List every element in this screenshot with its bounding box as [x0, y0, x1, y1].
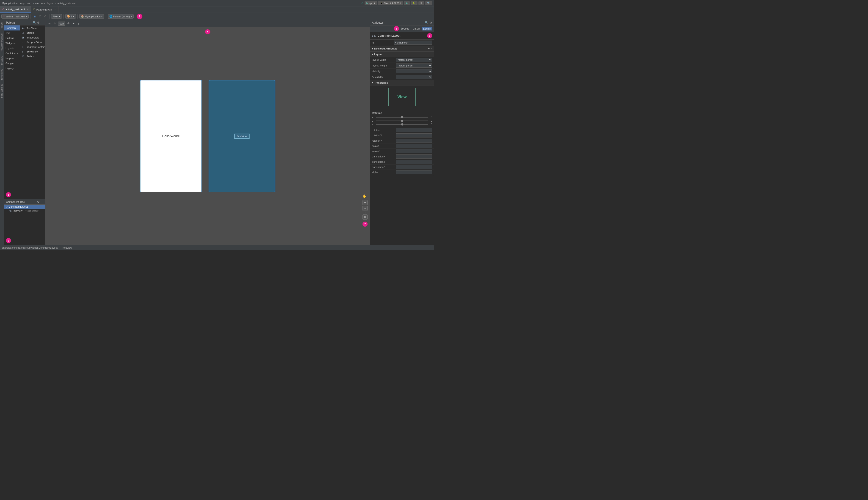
- palette-category-containers[interactable]: Containers: [4, 50, 20, 56]
- palette-category-helpers[interactable]: Helpers: [4, 56, 20, 61]
- visibility-select[interactable]: visible invisible gone: [396, 69, 432, 73]
- resource-manager-tab[interactable]: Resource Manager: [0, 31, 4, 54]
- palette-category-google[interactable]: Google: [4, 61, 20, 66]
- canvas-eye-btn[interactable]: 👁: [47, 22, 52, 25]
- palette-item-fragmentcontainerview[interactable]: ◫ FragmentContainerView: [20, 44, 45, 49]
- palette-category-layouts[interactable]: Layouts: [4, 46, 20, 50]
- scalex-field-input[interactable]: [396, 144, 432, 148]
- run-config-dropdown[interactable]: ▶ app ▾: [365, 1, 377, 5]
- tab-mainactivity-kt[interactable]: K MainActivity.kt ✕: [31, 7, 58, 13]
- breadcrumb-myapplication[interactable]: MyApplication: [2, 2, 18, 4]
- translationy-field-input[interactable]: [396, 160, 432, 164]
- button-icon: □: [22, 31, 25, 34]
- zoom-fit-btn[interactable]: ⊡: [363, 215, 367, 219]
- breadcrumb-main[interactable]: main: [33, 2, 39, 4]
- canvas-constraint-btn[interactable]: ✛: [66, 22, 71, 25]
- add-attr-btn[interactable]: +: [428, 47, 430, 50]
- breadcrumb-app[interactable]: app: [20, 2, 24, 4]
- canvas-error-btn[interactable]: ⚠: [53, 22, 57, 25]
- palette-item-button[interactable]: □ Button: [20, 31, 45, 35]
- rotation-z-thumb[interactable]: [401, 123, 403, 126]
- palette-category-buttons[interactable]: Buttons: [4, 35, 20, 41]
- tree-item-textview[interactable]: Ab TextView "Hello World!": [7, 209, 45, 213]
- rotation-y-slider[interactable]: [376, 121, 428, 121]
- blueprint-textview[interactable]: TextView: [235, 134, 250, 139]
- chevron-down-icon6: ▾: [101, 15, 103, 18]
- palette-collapse-btn[interactable]: —: [41, 21, 43, 24]
- layout-width-row: layout_width match_parent wrap_content: [370, 57, 434, 63]
- palette-item-imageview[interactable]: ▣ ImageView: [20, 35, 45, 40]
- remove-attr-btn[interactable]: −: [431, 47, 432, 50]
- component-tree-collapse-btn[interactable]: —: [41, 200, 43, 204]
- visibility-pen-select[interactable]: [396, 75, 432, 79]
- build-variants-tab[interactable]: Build Variants: [0, 82, 4, 100]
- rotation-x-thumb[interactable]: [401, 116, 403, 118]
- breadcrumb-src[interactable]: src: [27, 2, 31, 4]
- tab-activity-main-xml[interactable]: ⬡ activity_main.xml ✕: [0, 7, 31, 13]
- device-dropdown[interactable]: 📱 Pixel 4 API 30 ▾: [378, 1, 403, 5]
- design-tab[interactable]: Design: [422, 27, 432, 31]
- layout-height-select[interactable]: match_parent wrap_content: [396, 64, 432, 68]
- run-button[interactable]: ▶: [404, 1, 410, 5]
- rotation-z-value: 0: [430, 123, 432, 126]
- rotationy-field-input[interactable]: [396, 139, 432, 143]
- translationx-field-input[interactable]: [396, 155, 432, 159]
- translationz-field-input[interactable]: [396, 165, 432, 169]
- palette-item-textview[interactable]: Ab TextView: [20, 26, 45, 31]
- project-tab[interactable]: Project: [0, 20, 4, 31]
- alpha-field-input[interactable]: [396, 170, 432, 174]
- canvas-wand-btn[interactable]: ✦: [71, 22, 76, 25]
- design-preview[interactable]: Hello World!: [140, 80, 202, 192]
- palette-search-btn[interactable]: 🔍: [33, 21, 36, 24]
- palette-category-widgets[interactable]: Widgets: [4, 41, 20, 46]
- attr-search-btn[interactable]: 🔍: [425, 21, 428, 24]
- code-tab[interactable]: ⟨⟩ Code: [400, 27, 410, 31]
- split-tab[interactable]: ⊟ Split: [411, 27, 421, 31]
- canvas-arrow-btn[interactable]: ↕: [77, 22, 80, 25]
- rotation-x-slider[interactable]: [376, 117, 428, 117]
- rotation-z-slider[interactable]: [376, 124, 428, 125]
- component-tree-settings-btn[interactable]: ⚙: [37, 200, 39, 204]
- rotationx-field-input[interactable]: [396, 133, 432, 137]
- rotation-y-thumb[interactable]: [401, 120, 403, 122]
- orientation-btn[interactable]: ⟳: [43, 14, 48, 18]
- locale-dropdown[interactable]: 🌐 Default (en-us) ▾: [108, 14, 134, 19]
- rotation-field-input[interactable]: [396, 128, 432, 132]
- canvas-dp-dropdown[interactable]: 0dp: [58, 22, 65, 26]
- palette-item-switch[interactable]: ⊙ Switch: [20, 54, 45, 59]
- breadcrumb-layout[interactable]: layout: [47, 2, 54, 4]
- layout-section-header[interactable]: ▾ Layout: [370, 52, 434, 57]
- structure-tab[interactable]: Structure: [0, 54, 4, 67]
- debug-button[interactable]: 🐛: [411, 1, 418, 5]
- design-mode-btn[interactable]: 🖥: [32, 15, 37, 18]
- tab-close-kt[interactable]: ✕: [54, 8, 56, 11]
- declared-attributes-section[interactable]: ▾ Declared Attributes + −: [370, 46, 434, 52]
- breadcrumb-res[interactable]: res: [41, 2, 45, 4]
- zoom-in-btn[interactable]: +: [363, 200, 367, 205]
- rotationx-field-row: rotationX: [370, 133, 434, 138]
- palette-item-recyclerview[interactable]: ≡ RecyclerView: [20, 40, 45, 44]
- tree-item-constraintlayout[interactable]: ↙ ConstraintLayout: [4, 205, 45, 209]
- scaley-field-input[interactable]: [396, 149, 432, 153]
- pixel-dropdown[interactable]: Pixel ▾: [51, 14, 62, 19]
- blueprint-preview[interactable]: TextView: [209, 80, 275, 192]
- palette-settings-btn[interactable]: ⚙: [37, 21, 39, 24]
- transforms-section-header[interactable]: ▾ Transforms: [370, 80, 434, 86]
- settings-button[interactable]: ⚙: [419, 1, 424, 5]
- zoom-out-btn[interactable]: −: [363, 206, 367, 211]
- t-dropdown[interactable]: 🎨 T ▾: [65, 14, 76, 19]
- palette-item-scrollview[interactable]: ↕ ScrollView: [20, 49, 45, 54]
- bookmarks-tab[interactable]: Bookmarks: [0, 67, 4, 82]
- tab-close-xml[interactable]: ✕: [27, 8, 28, 11]
- palette-category-legacy[interactable]: Legacy: [4, 66, 20, 71]
- breadcrumb-file[interactable]: activity_main.xml: [57, 2, 76, 4]
- file-dropdown[interactable]: ⬡ activity_main.xml ▾: [1, 14, 28, 19]
- blueprint-mode-btn[interactable]: ⬡: [38, 14, 42, 18]
- app-dropdown[interactable]: 🏠 MyApplication ▾: [79, 14, 104, 19]
- attr-settings-btn[interactable]: ⚙: [430, 21, 432, 24]
- palette-category-common[interactable]: Common: [4, 25, 20, 31]
- search-button[interactable]: 🔍: [425, 1, 432, 5]
- palette-category-text[interactable]: Text: [4, 31, 20, 35]
- id-input[interactable]: [394, 41, 432, 45]
- layout-width-select[interactable]: match_parent wrap_content: [396, 58, 432, 62]
